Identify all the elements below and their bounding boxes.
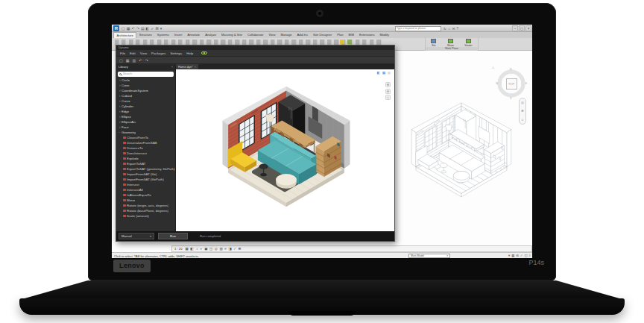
selection-count-icon[interactable]: ≡ — [528, 254, 531, 258]
library-item[interactable]: › DistanceTo — [116, 145, 175, 151]
ribbon-tab[interactable]: Add-Ins — [294, 32, 310, 38]
graph-view-icon[interactable]: ▦ — [382, 71, 386, 75]
viewcube-home-icon[interactable]: ⌂ — [492, 65, 494, 69]
print-icon[interactable]: ▤ — [141, 26, 145, 31]
library-item[interactable]: › DeserializeFromSAB — [116, 140, 175, 145]
show-crop-icon[interactable]: ◫ — [209, 246, 212, 252]
undo-icon[interactable]: ↶ — [131, 26, 134, 31]
open-icon[interactable]: ▢ — [121, 26, 125, 31]
library-item[interactable]: › ClosestPointTo — [116, 135, 175, 140]
collapse-icon[interactable]: « — [171, 64, 173, 70]
worksharing-display-icon[interactable]: ≡ — [224, 246, 227, 252]
steering-wheel-icon[interactable]: ◎ — [521, 101, 524, 104]
snaps-icon[interactable]: ✓ — [520, 254, 523, 258]
save-icon[interactable]: ▦ — [127, 26, 130, 31]
revit-3d-view[interactable] — [395, 87, 528, 204]
library-item[interactable]: › ExportToSAT (geometry, filePath) — [116, 166, 175, 172]
view-cube[interactable]: ⌂ TOP N E S W — [495, 67, 528, 100]
library-item[interactable]: › Rotate (basePlane, degrees) — [116, 208, 175, 213]
library-item[interactable]: › Explode — [116, 156, 175, 161]
view-scale[interactable]: 1 : 20 — [174, 247, 182, 251]
library-item[interactable]: › Rotate (origin, axis, degrees) — [116, 203, 175, 208]
work-plane-button[interactable]: Viewer — [464, 39, 472, 47]
zoom-icon[interactable]: ⊕ — [521, 109, 524, 113]
menu-item[interactable]: Settings — [168, 50, 184, 57]
open-icon[interactable]: ▦ — [126, 57, 130, 64]
reveal-constraints-icon[interactable]: ⊞ — [239, 246, 242, 252]
zoom-fit-icon[interactable]: ⌂ — [385, 95, 391, 100]
shadows-icon[interactable]: ◐ — [201, 246, 203, 252]
library-item[interactable]: › Curve — [116, 98, 175, 104]
camera-export-icon[interactable]: ◎ — [388, 71, 391, 75]
run-button[interactable]: Run — [158, 233, 188, 239]
menu-item[interactable]: Help — [184, 50, 195, 57]
favorites-icon[interactable]: ☆ — [448, 26, 451, 31]
library-item[interactable]: › EllipseArc — [116, 119, 175, 125]
library-item[interactable]: › CoordinateSystem — [116, 88, 175, 93]
workspace-tab[interactable]: Home.dyn* × — [176, 64, 198, 69]
work-plane-button[interactable]: Show — [447, 39, 453, 47]
ribbon-tab[interactable]: Annotate — [185, 32, 203, 38]
analytical-model-icon[interactable]: ✓ — [233, 246, 236, 252]
ribbon-tab[interactable]: Massing & Site — [219, 32, 245, 38]
library-item[interactable]: › Geometry — [116, 130, 175, 135]
maximize-button[interactable]: ▢ — [519, 25, 525, 31]
library-item[interactable]: › Intersect — [116, 182, 175, 187]
zoom-out-icon[interactable]: ⊖ — [385, 89, 391, 94]
library-item[interactable]: › Scale (amount) — [116, 213, 175, 219]
run-mode-select[interactable]: Manual ▾ — [119, 233, 154, 239]
crop-view-icon[interactable]: ▣ — [204, 246, 207, 252]
library-item[interactable]: › Face — [116, 125, 175, 130]
library-item[interactable]: › Cuboid — [116, 93, 175, 98]
ribbon-tab[interactable]: Structure — [136, 32, 154, 38]
detail-level-icon[interactable]: ▦ — [185, 246, 188, 252]
ribbon-tab[interactable]: BIM — [346, 32, 356, 38]
library-item[interactable]: › ExportToSAT — [116, 161, 175, 166]
library-item[interactable]: › ImportFromSAT (filePath) — [116, 177, 175, 182]
minimize-button[interactable]: − — [512, 25, 518, 31]
background-preview-icon[interactable]: ◧ — [377, 71, 381, 75]
ribbon-tab[interactable]: Analyze — [203, 32, 219, 38]
infocenter-search-input[interactable] — [395, 26, 441, 31]
zoom-in-icon[interactable]: ⊕ — [385, 82, 391, 87]
ribbon-tab[interactable]: Insert — [171, 32, 184, 38]
ribbon-tab[interactable]: Systems — [154, 32, 171, 38]
work-plane-button[interactable]: Set — [431, 39, 436, 47]
select-toggle-icon[interactable]: ⊞ — [516, 254, 519, 258]
menu-item[interactable]: Edit — [127, 50, 138, 57]
editable-only-icon[interactable]: ▾ — [508, 254, 510, 258]
reveal-hidden-icon[interactable]: ▥ — [219, 246, 222, 252]
filter-icon[interactable]: ▦ — [511, 254, 514, 258]
library-search-input[interactable]: Search — [118, 72, 174, 77]
library-item[interactable]: › DoesIntersect — [116, 151, 175, 156]
more-icon[interactable]: ▾ — [160, 26, 162, 31]
library-item[interactable]: › IntersectAll — [116, 187, 175, 192]
sync-icon[interactable]: ↻ — [443, 26, 446, 31]
ribbon-tool-icon[interactable] — [347, 40, 352, 44]
temporary-view-properties-icon[interactable]: ◨ — [228, 246, 231, 252]
visual-style-icon[interactable]: ◧ — [190, 246, 193, 252]
library-item[interactable]: › Cylinder — [116, 104, 175, 109]
tag-icon[interactable]: ✓ — [151, 26, 154, 31]
library-item[interactable]: › Edge — [116, 109, 175, 114]
menu-item[interactable]: View — [138, 50, 149, 57]
communication-center-icon[interactable]: ✉ — [452, 26, 455, 31]
menu-item[interactable]: File — [118, 50, 127, 57]
revit-logo-icon[interactable]: R — [113, 25, 119, 31]
library-item[interactable]: › Mirror — [116, 198, 175, 203]
ribbon-tab[interactable]: Modify — [377, 32, 391, 38]
undo-icon[interactable]: ↶ — [139, 57, 142, 64]
ribbon-tool-icon[interactable] — [340, 40, 344, 44]
ribbon-tab[interactable]: Architecture — [113, 32, 136, 38]
ribbon-tab[interactable]: Manage — [278, 32, 294, 38]
ribbon-tab[interactable]: Plan — [335, 32, 346, 38]
library-item[interactable]: › ImportFromSAT (file) — [116, 172, 175, 177]
section-icon[interactable]: ⊞ — [156, 26, 159, 31]
dynamo-3d-preview[interactable] — [201, 66, 371, 216]
dynamo-canvas[interactable]: Home.dyn* × ◧▦◎ ⊕⊖⌂ — [176, 64, 394, 231]
viewcube-top-face[interactable]: TOP — [506, 78, 517, 90]
background-process-icon[interactable]: ◫ — [524, 254, 527, 258]
temporary-hide-isolate-icon[interactable]: ◎ — [215, 246, 218, 252]
ribbon-tab[interactable]: Collaborate — [245, 32, 266, 38]
home-icon[interactable]: ⌂ — [522, 118, 524, 122]
